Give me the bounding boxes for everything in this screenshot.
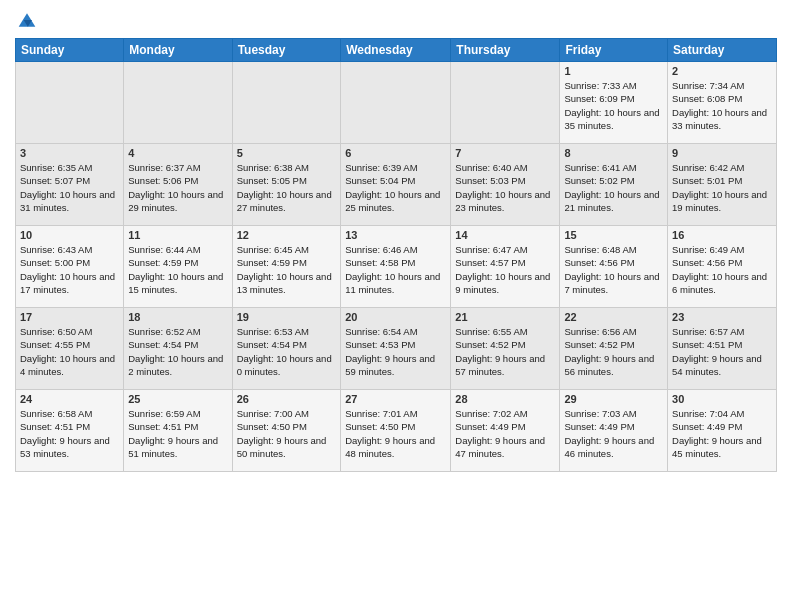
day-number: 23 (672, 311, 772, 323)
weekday-header-saturday: Saturday (668, 39, 777, 62)
logo-icon (17, 10, 37, 30)
day-info: Sunrise: 6:46 AM Sunset: 4:58 PM Dayligh… (345, 243, 446, 296)
calendar-cell (341, 62, 451, 144)
day-number: 8 (564, 147, 663, 159)
day-number: 24 (20, 393, 119, 405)
day-number: 25 (128, 393, 227, 405)
day-number: 10 (20, 229, 119, 241)
day-info: Sunrise: 6:50 AM Sunset: 4:55 PM Dayligh… (20, 325, 119, 378)
calendar-cell: 13Sunrise: 6:46 AM Sunset: 4:58 PM Dayli… (341, 226, 451, 308)
calendar-cell (232, 62, 341, 144)
calendar-cell: 10Sunrise: 6:43 AM Sunset: 5:00 PM Dayli… (16, 226, 124, 308)
calendar-cell (451, 62, 560, 144)
day-info: Sunrise: 6:40 AM Sunset: 5:03 PM Dayligh… (455, 161, 555, 214)
calendar-cell: 22Sunrise: 6:56 AM Sunset: 4:52 PM Dayli… (560, 308, 668, 390)
calendar-cell: 27Sunrise: 7:01 AM Sunset: 4:50 PM Dayli… (341, 390, 451, 472)
calendar-cell: 7Sunrise: 6:40 AM Sunset: 5:03 PM Daylig… (451, 144, 560, 226)
calendar-cell: 24Sunrise: 6:58 AM Sunset: 4:51 PM Dayli… (16, 390, 124, 472)
day-info: Sunrise: 6:58 AM Sunset: 4:51 PM Dayligh… (20, 407, 119, 460)
calendar-cell: 21Sunrise: 6:55 AM Sunset: 4:52 PM Dayli… (451, 308, 560, 390)
calendar-cell: 2Sunrise: 7:34 AM Sunset: 6:08 PM Daylig… (668, 62, 777, 144)
weekday-header-friday: Friday (560, 39, 668, 62)
day-info: Sunrise: 6:35 AM Sunset: 5:07 PM Dayligh… (20, 161, 119, 214)
calendar-cell: 9Sunrise: 6:42 AM Sunset: 5:01 PM Daylig… (668, 144, 777, 226)
day-number: 19 (237, 311, 337, 323)
calendar-week-4: 17Sunrise: 6:50 AM Sunset: 4:55 PM Dayli… (16, 308, 777, 390)
calendar-cell: 18Sunrise: 6:52 AM Sunset: 4:54 PM Dayli… (124, 308, 232, 390)
day-number: 5 (237, 147, 337, 159)
day-number: 12 (237, 229, 337, 241)
day-number: 29 (564, 393, 663, 405)
header (15, 10, 777, 30)
calendar-cell (124, 62, 232, 144)
calendar-cell: 14Sunrise: 6:47 AM Sunset: 4:57 PM Dayli… (451, 226, 560, 308)
day-number: 15 (564, 229, 663, 241)
day-info: Sunrise: 6:53 AM Sunset: 4:54 PM Dayligh… (237, 325, 337, 378)
day-info: Sunrise: 6:44 AM Sunset: 4:59 PM Dayligh… (128, 243, 227, 296)
logo (15, 10, 37, 30)
day-number: 16 (672, 229, 772, 241)
day-number: 4 (128, 147, 227, 159)
day-info: Sunrise: 6:48 AM Sunset: 4:56 PM Dayligh… (564, 243, 663, 296)
day-number: 26 (237, 393, 337, 405)
calendar-cell: 1Sunrise: 7:33 AM Sunset: 6:09 PM Daylig… (560, 62, 668, 144)
day-info: Sunrise: 6:43 AM Sunset: 5:00 PM Dayligh… (20, 243, 119, 296)
calendar-cell: 5Sunrise: 6:38 AM Sunset: 5:05 PM Daylig… (232, 144, 341, 226)
calendar-cell: 17Sunrise: 6:50 AM Sunset: 4:55 PM Dayli… (16, 308, 124, 390)
weekday-header-monday: Monday (124, 39, 232, 62)
day-info: Sunrise: 6:59 AM Sunset: 4:51 PM Dayligh… (128, 407, 227, 460)
day-number: 9 (672, 147, 772, 159)
day-info: Sunrise: 6:47 AM Sunset: 4:57 PM Dayligh… (455, 243, 555, 296)
day-info: Sunrise: 6:42 AM Sunset: 5:01 PM Dayligh… (672, 161, 772, 214)
day-info: Sunrise: 6:55 AM Sunset: 4:52 PM Dayligh… (455, 325, 555, 378)
day-info: Sunrise: 7:33 AM Sunset: 6:09 PM Dayligh… (564, 79, 663, 132)
day-number: 6 (345, 147, 446, 159)
calendar-cell: 4Sunrise: 6:37 AM Sunset: 5:06 PM Daylig… (124, 144, 232, 226)
calendar-cell: 8Sunrise: 6:41 AM Sunset: 5:02 PM Daylig… (560, 144, 668, 226)
calendar-header-row: SundayMondayTuesdayWednesdayThursdayFrid… (16, 39, 777, 62)
day-number: 20 (345, 311, 446, 323)
day-info: Sunrise: 7:00 AM Sunset: 4:50 PM Dayligh… (237, 407, 337, 460)
day-info: Sunrise: 6:57 AM Sunset: 4:51 PM Dayligh… (672, 325, 772, 378)
calendar-cell: 25Sunrise: 6:59 AM Sunset: 4:51 PM Dayli… (124, 390, 232, 472)
calendar-cell: 23Sunrise: 6:57 AM Sunset: 4:51 PM Dayli… (668, 308, 777, 390)
page: SundayMondayTuesdayWednesdayThursdayFrid… (0, 0, 792, 612)
weekday-header-tuesday: Tuesday (232, 39, 341, 62)
day-number: 1 (564, 65, 663, 77)
day-number: 30 (672, 393, 772, 405)
day-number: 14 (455, 229, 555, 241)
calendar-cell: 28Sunrise: 7:02 AM Sunset: 4:49 PM Dayli… (451, 390, 560, 472)
calendar-cell: 29Sunrise: 7:03 AM Sunset: 4:49 PM Dayli… (560, 390, 668, 472)
weekday-header-sunday: Sunday (16, 39, 124, 62)
weekday-header-wednesday: Wednesday (341, 39, 451, 62)
calendar-cell: 19Sunrise: 6:53 AM Sunset: 4:54 PM Dayli… (232, 308, 341, 390)
calendar-week-1: 1Sunrise: 7:33 AM Sunset: 6:09 PM Daylig… (16, 62, 777, 144)
day-number: 18 (128, 311, 227, 323)
calendar-table: SundayMondayTuesdayWednesdayThursdayFrid… (15, 38, 777, 472)
day-info: Sunrise: 6:54 AM Sunset: 4:53 PM Dayligh… (345, 325, 446, 378)
day-info: Sunrise: 6:49 AM Sunset: 4:56 PM Dayligh… (672, 243, 772, 296)
calendar-cell: 3Sunrise: 6:35 AM Sunset: 5:07 PM Daylig… (16, 144, 124, 226)
day-info: Sunrise: 6:37 AM Sunset: 5:06 PM Dayligh… (128, 161, 227, 214)
calendar-cell: 20Sunrise: 6:54 AM Sunset: 4:53 PM Dayli… (341, 308, 451, 390)
day-number: 3 (20, 147, 119, 159)
day-info: Sunrise: 7:03 AM Sunset: 4:49 PM Dayligh… (564, 407, 663, 460)
day-info: Sunrise: 7:04 AM Sunset: 4:49 PM Dayligh… (672, 407, 772, 460)
calendar-cell: 11Sunrise: 6:44 AM Sunset: 4:59 PM Dayli… (124, 226, 232, 308)
weekday-header-thursday: Thursday (451, 39, 560, 62)
day-number: 11 (128, 229, 227, 241)
day-number: 13 (345, 229, 446, 241)
day-number: 22 (564, 311, 663, 323)
calendar-week-2: 3Sunrise: 6:35 AM Sunset: 5:07 PM Daylig… (16, 144, 777, 226)
day-info: Sunrise: 6:52 AM Sunset: 4:54 PM Dayligh… (128, 325, 227, 378)
day-number: 17 (20, 311, 119, 323)
calendar-cell (16, 62, 124, 144)
calendar-week-3: 10Sunrise: 6:43 AM Sunset: 5:00 PM Dayli… (16, 226, 777, 308)
day-info: Sunrise: 6:41 AM Sunset: 5:02 PM Dayligh… (564, 161, 663, 214)
calendar-cell: 30Sunrise: 7:04 AM Sunset: 4:49 PM Dayli… (668, 390, 777, 472)
day-info: Sunrise: 7:34 AM Sunset: 6:08 PM Dayligh… (672, 79, 772, 132)
day-info: Sunrise: 6:38 AM Sunset: 5:05 PM Dayligh… (237, 161, 337, 214)
day-info: Sunrise: 6:45 AM Sunset: 4:59 PM Dayligh… (237, 243, 337, 296)
calendar-cell: 15Sunrise: 6:48 AM Sunset: 4:56 PM Dayli… (560, 226, 668, 308)
day-info: Sunrise: 6:39 AM Sunset: 5:04 PM Dayligh… (345, 161, 446, 214)
